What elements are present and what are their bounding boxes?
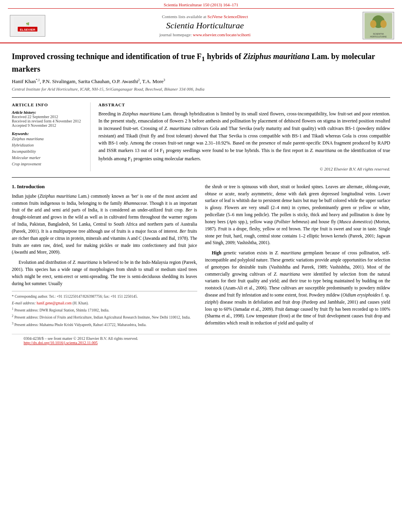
footer-doi[interactable]: http://dx.doi.org/10.1016/j.scienta.2012…	[24, 341, 98, 345]
journal-homepage: journal homepage: www.elsevier.com/locat…	[55, 32, 355, 37]
svg-text:🌿: 🌿	[26, 22, 30, 26]
svg-point-7	[380, 20, 387, 28]
article-body: Improved crossing technique and identifi…	[0, 43, 402, 353]
svg-text:HORTICULTURAE: HORTICULTURAE	[370, 35, 387, 38]
svg-text:ELSEVIER: ELSEVIER	[20, 28, 35, 32]
footnote-1: 1 Present address: DWR Regional Station,…	[12, 307, 197, 313]
main-content: 1. Introduction Indian jujube (Ziziphus …	[12, 177, 390, 330]
journal-logo-right: SCIENTIA HORTICULTURAE	[363, 12, 394, 39]
elsevier-logo-image: 🌿 ELSEVIER	[10, 15, 45, 37]
copyright-notice: © 2012 Elsevier B.V. All rights reserved…	[98, 167, 390, 171]
sciverse-text: Contents lists available at SciVerse Sci…	[55, 14, 355, 19]
journal-citation-bar: Scientia Horticulturae 150 (2013) 164–17…	[8, 2, 394, 9]
article-meta-section: ARTICLE INFO Article history: Received 2…	[12, 97, 390, 171]
page-footer: 0304-4238/$ – see front matter © 2012 El…	[12, 334, 390, 345]
journal-citation: Scientia Horticulturae 150 (2013) 164–17…	[164, 2, 238, 7]
article-info-panel: ARTICLE INFO Article history: Received 2…	[12, 102, 91, 171]
keywords-label: Keywords:	[12, 132, 84, 136]
journal-center-info: Contents lists available at SciVerse Sci…	[47, 14, 363, 37]
intro-heading: 1. Introduction	[12, 184, 197, 190]
journal-top-content: 🌿 ELSEVIER Contents lists available at S…	[0, 9, 402, 43]
abstract-heading: ABSTRACT	[98, 102, 390, 107]
svg-point-6	[370, 20, 376, 28]
received-revised-date: Received in revised form 4 November 2012	[12, 119, 84, 123]
footnote-3: 3 Present address: Mahatma Phule Krishi …	[12, 321, 197, 328]
article-authors: Hanif Khan*,1, P.N. Sivalingam, Sarita C…	[12, 78, 390, 85]
content-col-right: the shrub or tree is spinuous with short…	[205, 184, 391, 330]
abstract-text: Breeding in Ziziphus mauritiana Lam. thr…	[98, 110, 390, 163]
elsevier-logo: 🌿 ELSEVIER	[8, 15, 47, 37]
footnotes: * Corresponding author. Tel.: +91 151225…	[12, 291, 197, 328]
svg-rect-0	[14, 17, 41, 35]
journal-title: Scientia Horticulturae	[55, 20, 355, 31]
article-title: Improved crossing technique and identifi…	[12, 51, 390, 74]
article-history-label: Article history:	[12, 110, 84, 115]
article-history-section: Article history: Received 22 September 2…	[12, 110, 84, 128]
keyword-list: Ziziphus mauritiana Hybridization Incomp…	[12, 136, 84, 167]
keywords-section: Keywords: Ziziphus mauritiana Hybridizat…	[12, 132, 84, 167]
svg-text:SCIENTIA: SCIENTIA	[373, 33, 384, 35]
article-abstract-panel: ABSTRACT Breeding in Ziziphus mauritiana…	[98, 102, 390, 171]
article-info-heading: ARTICLE INFO	[12, 102, 84, 107]
high-label: High	[212, 250, 221, 255]
footnote-2: 2 Present address: Division of Fruits an…	[12, 314, 197, 320]
footnote-corresponding: * Corresponding author. Tel.: +91 151225…	[12, 294, 197, 299]
footnote-email: E-mail address: hanif.gene@gmail.com (H.…	[12, 300, 197, 306]
accepted-date: Accepted 9 November 2012	[12, 123, 84, 128]
intro-text-right: the shrub or tree is spinuous with short…	[205, 184, 391, 327]
footer-copyright: 0304-4238/$ – see front matter © 2012 El…	[24, 336, 138, 341]
content-col-left: 1. Introduction Indian jujube (Ziziphus …	[12, 184, 197, 330]
intro-text-left: Indian jujube (Ziziphus mauritiana Lam.)…	[12, 193, 197, 287]
article-affiliation: Central Institute for Arid Horticulture,…	[12, 87, 390, 91]
received-date-1: Received 22 September 2012	[12, 115, 84, 119]
journal-header: Scientia Horticulturae 150 (2013) 164–17…	[0, 0, 402, 43]
